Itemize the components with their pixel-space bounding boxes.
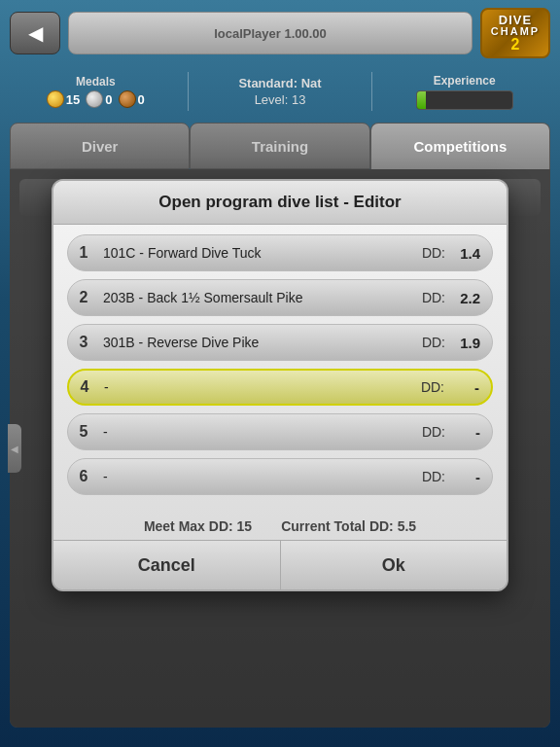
dive-num-3: 3 xyxy=(68,334,99,351)
back-arrow-icon: ◀ xyxy=(28,21,43,45)
ok-button[interactable]: Ok xyxy=(281,541,508,589)
dive-dd-value-4: - xyxy=(452,379,479,396)
dialog-header: Open program dive list - Editor xyxy=(53,181,507,225)
dive-num-1: 1 xyxy=(68,244,99,262)
dive-dd-value-2: 2.2 xyxy=(453,290,480,306)
dive-num-2: 2 xyxy=(68,289,99,306)
gold-count: 15 xyxy=(66,92,80,107)
modal-overlay: Open program dive list - Editor 1101C - … xyxy=(10,169,550,728)
tab-competitions[interactable]: Competitions xyxy=(370,123,550,169)
dive-name-4: - xyxy=(100,379,421,395)
silver-medal: 0 xyxy=(86,90,112,108)
dive-item-5[interactable]: 5-DD:- xyxy=(67,413,493,450)
dive-item-6[interactable]: 6-DD:- xyxy=(67,458,493,495)
dive-dd-label-4: DD: xyxy=(421,379,444,395)
side-arrow-left: ◀ xyxy=(8,424,21,473)
experience-label: Experience xyxy=(434,74,496,88)
player-name: localPlayer 1.00.00 xyxy=(214,26,327,41)
tab-training-label: Training xyxy=(252,138,308,155)
dialog-footer-info: Meet Max DD: 15 Current Total DD: 5.5 xyxy=(53,513,507,540)
dive-dd-label-1: DD: xyxy=(422,245,445,261)
logo-num: 2 xyxy=(511,37,520,53)
dialog-body: 1101C - Forward Dive TuckDD:1.42203B - B… xyxy=(53,225,507,513)
main-content: Meet13 - Not competed yet Open program d… xyxy=(10,169,550,728)
exp-bar-fill xyxy=(417,91,427,109)
bronze-count: 0 xyxy=(138,92,145,107)
dive-item-3[interactable]: 3301B - Reverse Dive PikeDD:1.9 xyxy=(67,324,493,361)
dive-name-1: 101C - Forward Dive Tuck xyxy=(99,245,422,261)
app-logo: DIVE CHAMP 2 xyxy=(480,8,550,58)
current-dd-label: Current Total DD: 5.5 xyxy=(281,518,416,534)
tab-diver[interactable]: Diver xyxy=(10,123,190,169)
dive-item-4[interactable]: 4-DD:- xyxy=(67,369,493,406)
bronze-medal: 0 xyxy=(119,90,145,108)
standard-section: Standard: Nat Level: 13 xyxy=(200,76,361,107)
dive-list: 1101C - Forward Dive TuckDD:1.42203B - B… xyxy=(67,234,493,495)
tabs-container: Diver Training Competitions xyxy=(10,123,550,169)
dive-name-6: - xyxy=(99,469,422,484)
max-dd-label: Meet Max DD: 15 xyxy=(144,518,252,534)
tab-diver-label: Diver xyxy=(82,138,119,155)
silver-medal-icon xyxy=(86,90,103,108)
dive-name-5: - xyxy=(99,424,422,440)
stats-divider-2 xyxy=(371,72,372,111)
dive-num-4: 4 xyxy=(69,378,100,396)
dive-num-5: 5 xyxy=(68,423,99,441)
dive-dd-value-6: - xyxy=(453,469,480,485)
top-bar: ◀ localPlayer 1.00.00 DIVE CHAMP 2 xyxy=(0,0,560,66)
dialog: Open program dive list - Editor 1101C - … xyxy=(52,179,508,591)
dive-dd-value-3: 1.9 xyxy=(453,335,480,351)
back-button[interactable]: ◀ xyxy=(10,12,60,54)
medals-section: Medals 15 0 0 xyxy=(16,75,176,108)
dialog-title: Open program dive list - Editor xyxy=(158,193,401,211)
medals-row: 15 0 0 xyxy=(47,90,145,108)
player-info-bar: localPlayer 1.00.00 xyxy=(68,12,472,54)
gold-medal-icon xyxy=(47,90,64,108)
dive-dd-label-5: DD: xyxy=(422,424,445,440)
dive-item-1[interactable]: 1101C - Forward Dive TuckDD:1.4 xyxy=(67,234,493,271)
stats-divider-1 xyxy=(188,72,189,111)
gold-medal: 15 xyxy=(47,90,80,108)
dialog-buttons: Cancel Ok xyxy=(53,540,507,589)
dive-name-2: 203B - Back 1½ Somersault Pike xyxy=(99,290,422,305)
dive-item-2[interactable]: 2203B - Back 1½ Somersault PikeDD:2.2 xyxy=(67,279,493,316)
dive-dd-label-2: DD: xyxy=(422,290,445,305)
stats-bar: Medals 15 0 0 Standard: Nat Level: 13 xyxy=(0,66,560,117)
silver-count: 0 xyxy=(105,92,112,107)
tab-training[interactable]: Training xyxy=(190,123,369,169)
standard-level: Level: 13 xyxy=(255,92,306,107)
standard-label: Standard: Nat xyxy=(238,76,321,90)
medals-label: Medals xyxy=(76,75,116,89)
dive-dd-label-6: DD: xyxy=(422,469,445,484)
exp-bar-container xyxy=(416,90,513,110)
dive-dd-value-5: - xyxy=(453,424,480,441)
experience-section: Experience xyxy=(384,74,544,110)
dive-num-6: 6 xyxy=(68,468,99,485)
dive-dd-label-3: DD: xyxy=(422,335,445,350)
dive-name-3: 301B - Reverse Dive Pike xyxy=(99,335,422,350)
dive-dd-value-1: 1.4 xyxy=(453,245,480,262)
bronze-medal-icon xyxy=(119,90,136,108)
bottom-margin xyxy=(0,728,560,747)
tab-competitions-label: Competitions xyxy=(413,138,507,155)
cancel-button[interactable]: Cancel xyxy=(53,541,281,589)
